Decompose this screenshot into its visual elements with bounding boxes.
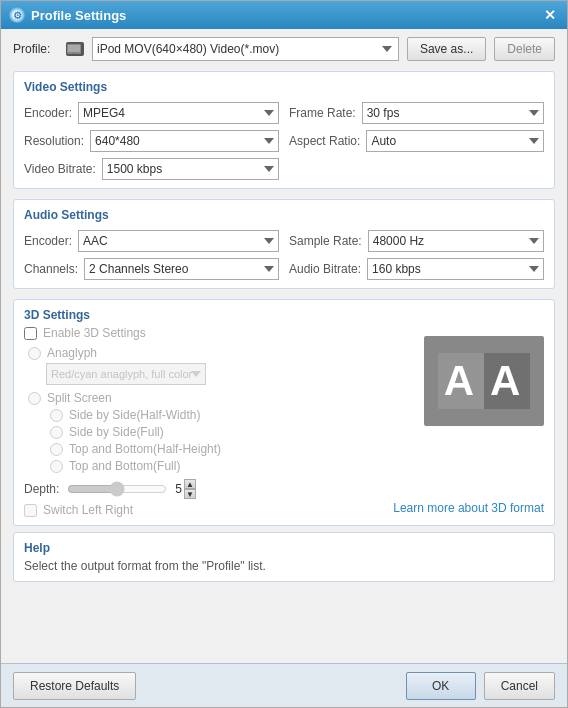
sbs-half-radio[interactable]	[50, 409, 63, 422]
switch-left-right-checkbox[interactable]	[24, 504, 37, 517]
save-as-button[interactable]: Save as...	[407, 37, 486, 61]
depth-slider[interactable]	[67, 481, 167, 497]
main-content: Profile: iPod MOV(640×480) Video(*.mov) …	[1, 29, 567, 663]
frame-rate-label: Frame Rate:	[289, 106, 356, 120]
sample-rate-row: Sample Rate: 48000 Hz	[289, 230, 544, 252]
profile-device-icon	[66, 42, 84, 56]
dialog-window: ⚙ Profile Settings ✕ Profile: iPod MOV(6…	[0, 0, 568, 708]
tb-half-row: Top and Bottom(Half-Height)	[46, 442, 544, 456]
depth-label: Depth:	[24, 482, 59, 496]
footer: Restore Defaults OK Cancel	[1, 663, 567, 707]
tb-full-radio[interactable]	[50, 460, 63, 473]
audio-bitrate-select[interactable]: 160 kbps	[367, 258, 544, 280]
title-bar: ⚙ Profile Settings ✕	[1, 1, 567, 29]
profile-label: Profile:	[13, 42, 58, 56]
depth-spinner: ▲ ▼	[184, 479, 196, 499]
video-settings-grid: Encoder: MPEG4 Resolution: 640*480 Video…	[24, 102, 544, 180]
help-section: Help Select the output format from the "…	[13, 532, 555, 582]
sbs-full-radio[interactable]	[50, 426, 63, 439]
svg-rect-2	[73, 53, 75, 54]
video-left-col: Encoder: MPEG4 Resolution: 640*480 Video…	[24, 102, 279, 180]
audio-settings-title: Audio Settings	[24, 208, 544, 222]
svg-rect-1	[68, 45, 80, 52]
video-bitrate-row: Video Bitrate: 1500 kbps	[24, 158, 279, 180]
channels-label: Channels:	[24, 262, 78, 276]
sbs-half-label[interactable]: Side by Side(Half-Width)	[69, 408, 200, 422]
frame-rate-row: Frame Rate: 30 fps	[289, 102, 544, 124]
footer-left: Restore Defaults	[13, 672, 398, 700]
audio-left-col: Encoder: AAC Channels: 2 Channels Stereo	[24, 230, 279, 280]
sample-rate-select[interactable]: 48000 Hz	[368, 230, 544, 252]
encoder-select[interactable]: MPEG4	[78, 102, 279, 124]
audio-encoder-row: Encoder: AAC	[24, 230, 279, 252]
help-title: Help	[24, 541, 544, 555]
anaglyph-radio[interactable]	[28, 347, 41, 360]
delete-button[interactable]: Delete	[494, 37, 555, 61]
switch-left-right-label[interactable]: Switch Left Right	[43, 503, 133, 517]
sample-rate-label: Sample Rate:	[289, 234, 362, 248]
learn-more-link[interactable]: Learn more about 3D format	[393, 501, 544, 515]
depth-down-button[interactable]: ▼	[184, 489, 196, 499]
audio-settings-grid: Encoder: AAC Channels: 2 Channels Stereo	[24, 230, 544, 280]
video-settings-section: Video Settings Encoder: MPEG4 Resolution…	[13, 71, 555, 189]
ok-button[interactable]: OK	[406, 672, 476, 700]
depth-up-button[interactable]: ▲	[184, 479, 196, 489]
audio-right-col: Sample Rate: 48000 Hz Audio Bitrate: 160…	[289, 230, 544, 280]
resolution-label: Resolution:	[24, 134, 84, 148]
dialog-title: Profile Settings	[31, 8, 126, 23]
aspect-ratio-label: Aspect Ratio:	[289, 134, 360, 148]
audio-bitrate-row: Audio Bitrate: 160 kbps	[289, 258, 544, 280]
channels-row: Channels: 2 Channels Stereo	[24, 258, 279, 280]
split-screen-radio[interactable]	[28, 392, 41, 405]
aspect-ratio-select[interactable]: Auto	[366, 130, 544, 152]
help-text: Select the output format from the "Profi…	[24, 559, 544, 573]
tb-full-row: Top and Bottom(Full)	[46, 459, 544, 473]
depth-value: 5 ▲ ▼	[175, 479, 196, 499]
profile-select[interactable]: iPod MOV(640×480) Video(*.mov)	[92, 37, 399, 61]
audio-encoder-label: Encoder:	[24, 234, 72, 248]
3d-settings-title: 3D Settings	[24, 308, 544, 322]
video-bitrate-label: Video Bitrate:	[24, 162, 96, 176]
resolution-select[interactable]: 640*480	[90, 130, 279, 152]
anaglyph-label[interactable]: Anaglyph	[47, 346, 97, 360]
sbs-full-label[interactable]: Side by Side(Full)	[69, 425, 164, 439]
audio-bitrate-label: Audio Bitrate:	[289, 262, 361, 276]
frame-rate-select[interactable]: 30 fps	[362, 102, 544, 124]
audio-encoder-select[interactable]: AAC	[78, 230, 279, 252]
video-bitrate-select[interactable]: 1500 kbps	[102, 158, 279, 180]
video-right-col: Frame Rate: 30 fps Aspect Ratio: Auto	[289, 102, 544, 180]
channels-select[interactable]: 2 Channels Stereo	[84, 258, 279, 280]
encoder-label: Encoder:	[24, 106, 72, 120]
close-button[interactable]: ✕	[541, 6, 559, 24]
video-settings-title: Video Settings	[24, 80, 544, 94]
sbs-full-row: Side by Side(Full)	[46, 425, 544, 439]
tb-full-label[interactable]: Top and Bottom(Full)	[69, 459, 180, 473]
profile-row: Profile: iPod MOV(640×480) Video(*.mov) …	[13, 37, 555, 61]
restore-defaults-button[interactable]: Restore Defaults	[13, 672, 136, 700]
anaglyph-type-select: Red/cyan anaglyph, full color	[46, 363, 206, 385]
audio-settings-section: Audio Settings Encoder: AAC Channels: 2 …	[13, 199, 555, 289]
preview-a-right: A	[484, 353, 530, 409]
enable-3d-checkbox[interactable]	[24, 327, 37, 340]
preview-a-left: A	[438, 353, 484, 409]
3d-preview-box: A A	[424, 336, 544, 426]
enable-3d-label[interactable]: Enable 3D Settings	[43, 326, 146, 340]
resolution-row: Resolution: 640*480	[24, 130, 279, 152]
3d-settings-section: 3D Settings A A Enable 3D Settings Anagl…	[13, 299, 555, 526]
tb-half-radio[interactable]	[50, 443, 63, 456]
encoder-row: Encoder: MPEG4	[24, 102, 279, 124]
split-screen-label[interactable]: Split Screen	[47, 391, 112, 405]
cancel-button[interactable]: Cancel	[484, 672, 555, 700]
aspect-ratio-row: Aspect Ratio: Auto	[289, 130, 544, 152]
app-icon: ⚙	[9, 7, 25, 23]
depth-row: Depth: 5 ▲ ▼	[24, 479, 544, 499]
tb-half-label[interactable]: Top and Bottom(Half-Height)	[69, 442, 221, 456]
preview-text: A A	[438, 353, 531, 409]
